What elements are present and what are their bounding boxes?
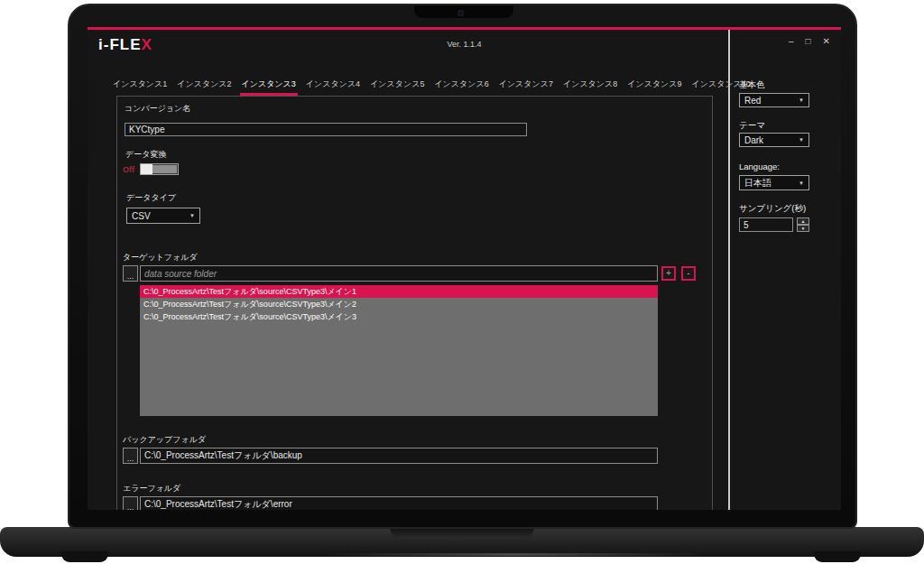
error-folder-label: エラーフォルダ xyxy=(123,483,180,495)
data-type-value: CSV xyxy=(132,211,151,221)
tab-instance-9[interactable]: インスタンス9 xyxy=(625,79,683,96)
spinner-down-icon[interactable]: ▼ xyxy=(797,225,809,232)
folder-list-item[interactable]: C:\0_ProcessArtz\Testフォルダ\source\CSVType… xyxy=(140,285,658,298)
target-folder-input[interactable] xyxy=(140,265,658,282)
theme-label: テーマ xyxy=(739,120,765,132)
folder-list-item[interactable]: C:\0_ProcessArtz\Testフォルダ\source\CSVType… xyxy=(140,298,658,310)
tab-instance-2[interactable]: インスタンス2 xyxy=(175,79,233,96)
conversion-name-label: コンバージョン名 xyxy=(125,103,190,115)
data-conversion-toggle[interactable] xyxy=(140,163,179,175)
chevron-down-icon: ▼ xyxy=(189,213,195,218)
language-dropdown[interactable]: 日本語 ▼ xyxy=(739,175,809,190)
instance-tab-bar: インスタンス1 インスタンス2 インスタンス3 インスタンス4 インスタンス5 … xyxy=(111,79,753,96)
error-folder-input[interactable] xyxy=(140,496,658,510)
settings-sidebar: 基本色 Red ▼ テーマ Dark ▼ Language: 日本語 ▼ サンプ… xyxy=(730,30,841,510)
language-label: Language: xyxy=(739,162,780,171)
page: i-FLEX Ver. 1.1.4 – □ ✕ インスタンス1 インスタンス2 … xyxy=(0,0,924,564)
instance-settings-panel: コンバージョン名 データ変換 Off データタイプ CSV ▼ ターゲットフォル… xyxy=(116,96,713,510)
backup-folder-label: バックアップフォルダ xyxy=(123,434,206,446)
base-color-dropdown[interactable]: Red ▼ xyxy=(739,93,809,107)
webcam-icon xyxy=(457,10,464,16)
base-color-value: Red xyxy=(744,96,761,106)
chevron-down-icon: ▼ xyxy=(799,180,804,186)
tab-instance-6[interactable]: インスタンス6 xyxy=(432,79,490,96)
theme-dropdown[interactable]: Dark ▼ xyxy=(739,133,809,147)
tab-instance-8[interactable]: インスタンス8 xyxy=(561,79,619,96)
data-conversion-label: データ変換 xyxy=(125,149,166,161)
error-folder-browse-button[interactable]: ... xyxy=(123,496,138,510)
sampling-label: サンプリング(秒) xyxy=(739,203,806,215)
laptop-base xyxy=(0,527,924,557)
folder-list-item[interactable]: C:\0_ProcessArtz\Testフォルダ\source\CSVType… xyxy=(140,310,658,323)
laptop-screen: i-FLEX Ver. 1.1.4 – □ ✕ インスタンス1 インスタンス2 … xyxy=(68,4,857,529)
spinner-up-icon[interactable]: ▲ xyxy=(797,217,809,225)
chevron-down-icon: ▼ xyxy=(799,97,804,103)
app-window: i-FLEX Ver. 1.1.4 – □ ✕ インスタンス1 インスタンス2 … xyxy=(88,27,841,510)
theme-value: Dark xyxy=(744,135,763,145)
sampling-input[interactable] xyxy=(739,217,793,232)
language-value: 日本語 xyxy=(744,177,772,190)
laptop-foot-right xyxy=(814,551,861,562)
tab-instance-7[interactable]: インスタンス7 xyxy=(497,79,555,96)
laptop-foot-left xyxy=(61,551,108,562)
conversion-name-input[interactable] xyxy=(125,123,527,136)
backup-folder-browse-button[interactable]: ... xyxy=(123,448,138,464)
backup-folder-input[interactable] xyxy=(140,448,658,464)
tab-instance-4[interactable]: インスタンス4 xyxy=(304,79,362,96)
data-type-dropdown[interactable]: CSV ▼ xyxy=(126,208,200,224)
data-conversion-toggle-row: Off xyxy=(123,163,179,175)
target-folder-label: ターゲットフォルダ xyxy=(123,252,198,264)
remove-folder-button[interactable]: - xyxy=(681,266,696,281)
laptop-base-highlight xyxy=(325,553,704,556)
camera-notch xyxy=(414,5,513,18)
tab-instance-3[interactable]: インスタンス3 xyxy=(240,79,298,96)
toggle-state-label: Off xyxy=(123,165,134,174)
tab-instance-5[interactable]: インスタンス5 xyxy=(368,79,426,96)
toggle-handle[interactable] xyxy=(141,164,152,174)
target-folder-list: C:\0_ProcessArtz\Testフォルダ\source\CSVType… xyxy=(140,285,658,416)
tab-instance-1[interactable]: インスタンス1 xyxy=(111,79,169,96)
data-type-label: データタイプ xyxy=(126,192,176,204)
sampling-spinner: ▲ ▼ xyxy=(797,217,809,232)
base-color-label: 基本色 xyxy=(739,79,765,91)
add-folder-button[interactable]: + xyxy=(661,266,676,281)
chevron-down-icon: ▼ xyxy=(799,137,804,143)
target-folder-browse-button[interactable]: ... xyxy=(123,265,138,282)
